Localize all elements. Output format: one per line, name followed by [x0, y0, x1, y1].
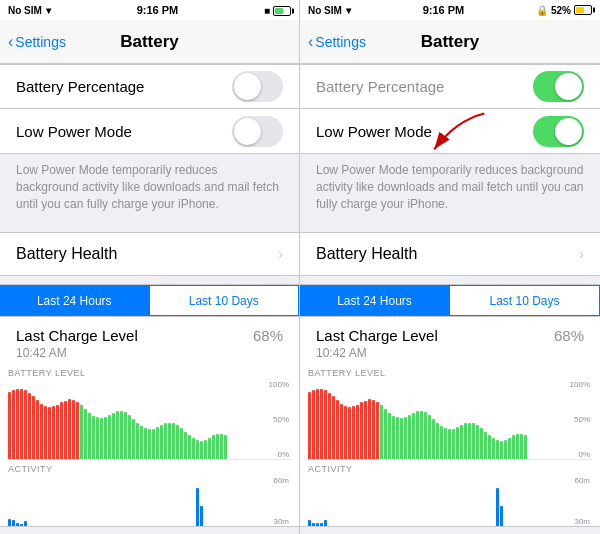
- settings-content-left: Battery Percentage Low Power Mode Low Po…: [0, 64, 299, 534]
- charge-level-label-left: Last Charge Level: [16, 327, 138, 344]
- tab-24h-left[interactable]: Last 24 Hours: [0, 285, 149, 316]
- toggle-thumb: [234, 73, 261, 100]
- chevron-left-icon-right: ‹: [308, 33, 313, 51]
- tab-bar-left: Last 24 Hours Last 10 Days: [0, 285, 299, 317]
- activity-chart-container-right: 60m 30m: [300, 476, 600, 526]
- low-power-mode-row-left: Low Power Mode: [0, 109, 299, 153]
- back-button-right[interactable]: ‹ Settings: [308, 33, 366, 51]
- y-label-100-left: 100%: [269, 380, 289, 389]
- nav-bar-left: ‹ Settings Battery: [0, 20, 299, 64]
- back-label-left[interactable]: Settings: [15, 34, 66, 50]
- battery-chart-right: 100% 50% 0%: [308, 380, 592, 460]
- carrier-left: No SIM: [8, 5, 42, 16]
- back-label-right[interactable]: Settings: [315, 34, 366, 50]
- chevron-right-icon-right: ›: [579, 246, 584, 262]
- page-title-left: Battery: [120, 32, 179, 52]
- activity-chart-left: 60m 30m: [8, 476, 291, 526]
- y-label-0-left: 0%: [277, 450, 289, 459]
- low-power-mode-row-right: Low Power Mode: [300, 109, 600, 153]
- time-right: 9:16 PM: [423, 4, 465, 16]
- battery-chart-container-right: 100% 50% 0%: [300, 380, 600, 460]
- battery-icon-right: [574, 5, 592, 15]
- battery-level-label-right: BATTERY LEVEL: [300, 364, 600, 380]
- low-power-mode-toggle-right[interactable]: [533, 116, 584, 147]
- low-power-description-left: Low Power Mode temporarily reduces backg…: [0, 154, 299, 224]
- lock-icon-right: 🔒: [536, 5, 548, 16]
- y-labels-right: 100% 50% 0%: [562, 380, 592, 459]
- left-panel: No SIM ▾ 9:16 PM ■ ‹ Settings Battery: [0, 0, 300, 534]
- right-panel: No SIM ▾ 9:16 PM 🔒 52% ‹ Settings Batter…: [300, 0, 600, 534]
- low-power-mode-label-right: Low Power Mode: [316, 123, 432, 140]
- settings-group-left: Battery Percentage Low Power Mode: [0, 64, 299, 154]
- battery-percentage-toggle-right[interactable]: [533, 71, 584, 102]
- charge-pct-right: 68%: [554, 327, 584, 344]
- status-left-right: No SIM ▾: [308, 5, 351, 16]
- settings-content-right: Battery Percentage Low Power Mode Low Po…: [300, 64, 600, 534]
- y-label-50-right: 50%: [574, 415, 590, 424]
- battery-pct-right: 52%: [551, 5, 571, 16]
- status-bar-right: No SIM ▾ 9:16 PM 🔒 52%: [300, 0, 600, 20]
- low-power-mode-label-left: Low Power Mode: [16, 123, 132, 140]
- charge-time-right: 10:42 AM: [316, 346, 438, 360]
- y-labels-left: 100% 50% 0%: [261, 380, 291, 459]
- battery-percentage-row-left: Battery Percentage: [0, 65, 299, 109]
- battery-chart-left: 100% 50% 0%: [8, 380, 291, 460]
- y-label-0-right: 0%: [578, 450, 590, 459]
- activity-label-left: ACTIVITY: [0, 460, 299, 476]
- charge-row-left: Last Charge Level 10:42 AM 68%: [0, 317, 299, 364]
- battery-health-row-left[interactable]: Battery Health ›: [0, 232, 299, 276]
- charge-time-left: 10:42 AM: [16, 346, 138, 360]
- act-y-30-left: 30m: [273, 517, 289, 526]
- act-y-60-right: 60m: [574, 476, 590, 485]
- act-y-30-right: 30m: [574, 517, 590, 526]
- battery-health-label-right: Battery Health: [316, 245, 417, 263]
- status-bar-left: No SIM ▾ 9:16 PM ■: [0, 0, 299, 20]
- tab-24h-right[interactable]: Last 24 Hours: [300, 285, 449, 316]
- activity-label-right: ACTIVITY: [300, 460, 600, 476]
- battery-health-row-right[interactable]: Battery Health ›: [300, 232, 600, 276]
- battery-percentage-toggle-left[interactable]: [232, 71, 283, 102]
- low-power-description-right: Low Power Mode temporarily reduces backg…: [300, 154, 600, 224]
- battery-health-chevron-right: ›: [579, 246, 584, 262]
- battery-icon-left: [273, 6, 291, 16]
- charge-info-left: Last Charge Level 10:42 AM: [16, 327, 138, 360]
- charge-row-right: Last Charge Level 10:42 AM 68%: [300, 317, 600, 364]
- back-button-left[interactable]: ‹ Settings: [8, 33, 66, 51]
- y-label-100-right: 100%: [570, 380, 590, 389]
- battery-percentage-label-right: Battery Percentage: [316, 78, 444, 95]
- activity-bars-left: [8, 476, 291, 526]
- chart-bars-left: [8, 380, 291, 459]
- charge-pct-left: 68%: [253, 327, 283, 344]
- tab-10d-left[interactable]: Last 10 Days: [149, 285, 300, 316]
- chevron-right-icon-left: ›: [278, 246, 283, 262]
- time-left: 9:16 PM: [137, 4, 179, 16]
- tab-10d-right[interactable]: Last 10 Days: [449, 285, 600, 316]
- battery-fill-right: [576, 7, 584, 13]
- page-title-right: Battery: [421, 32, 480, 52]
- battery-chart-container-left: 100% 50% 0%: [0, 380, 299, 460]
- usage-section-right: Last 24 Hours Last 10 Days Last Charge L…: [300, 284, 600, 527]
- battery-percentage-label-left: Battery Percentage: [16, 78, 144, 95]
- low-power-mode-toggle-left[interactable]: [232, 116, 283, 147]
- wifi-icon-right: ▾: [346, 5, 351, 16]
- charge-info-right: Last Charge Level 10:42 AM: [316, 327, 438, 360]
- battery-status-left: [273, 5, 291, 16]
- activity-y-labels-right: 60m 30m: [562, 476, 592, 526]
- charge-level-label-right: Last Charge Level: [316, 327, 438, 344]
- wifi-icon-left: ▾: [46, 5, 51, 16]
- chart-bars-right: [308, 380, 592, 459]
- settings-group-right: Battery Percentage Low Power Mode: [300, 64, 600, 154]
- toggle-thumb-4: [555, 118, 582, 145]
- activity-bars-right: [308, 476, 592, 526]
- lock-icon-left: ■: [264, 5, 270, 16]
- toggle-thumb-2: [234, 118, 261, 145]
- status-right-right: 🔒 52%: [536, 5, 592, 16]
- battery-percentage-row-right: Battery Percentage: [300, 65, 600, 109]
- toggle-thumb-3: [555, 73, 582, 100]
- battery-fill-left: [275, 8, 283, 14]
- carrier-right: No SIM: [308, 5, 342, 16]
- act-y-60-left: 60m: [273, 476, 289, 485]
- usage-section-left: Last 24 Hours Last 10 Days Last Charge L…: [0, 284, 299, 527]
- screen-container: No SIM ▾ 9:16 PM ■ ‹ Settings Battery: [0, 0, 600, 534]
- status-left: No SIM ▾: [8, 5, 51, 16]
